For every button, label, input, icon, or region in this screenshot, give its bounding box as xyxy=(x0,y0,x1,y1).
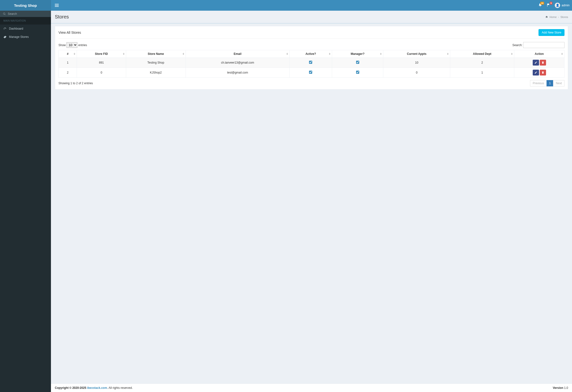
cell-dept: 1 xyxy=(450,68,514,78)
notifications-button[interactable]: 16 xyxy=(538,3,542,8)
cell-active xyxy=(289,58,332,68)
breadcrumb: Home › Stores xyxy=(545,16,568,18)
active-checkbox[interactable] xyxy=(309,71,312,74)
cell-dept: 2 xyxy=(450,58,514,68)
table-info: Showing 1 to 2 of 2 entries xyxy=(59,82,93,85)
sidebar-toggle[interactable] xyxy=(53,2,60,9)
page-title: Stores xyxy=(55,14,69,20)
gear-icon xyxy=(3,35,7,39)
col-manager[interactable]: Manager? xyxy=(332,50,383,58)
topbar-right: 16 9 👤 admin xyxy=(51,0,572,11)
active-checkbox[interactable] xyxy=(309,61,312,64)
pencil-icon xyxy=(534,71,537,74)
panel-header: View All Stores Add New Store xyxy=(59,29,564,39)
col-name[interactable]: Store Name xyxy=(126,50,186,58)
trash-icon xyxy=(541,61,544,64)
cell-manager xyxy=(332,58,383,68)
footer-link[interactable]: ibexstack.com xyxy=(87,386,107,390)
edit-button[interactable] xyxy=(533,70,539,76)
col-appts[interactable]: Current Appts xyxy=(383,50,450,58)
col-fid[interactable]: Store FID xyxy=(77,50,126,58)
cell-name: KJShop2 xyxy=(126,68,186,78)
entries-select[interactable]: 10 xyxy=(66,42,77,48)
breadcrumb-separator: › xyxy=(558,16,559,18)
table-search: Search: xyxy=(512,42,564,48)
messages-button[interactable]: 9 xyxy=(547,3,550,8)
sidebar: Search MAIN NAVIGATION Dashboard Manage … xyxy=(0,11,51,392)
search-input[interactable] xyxy=(523,42,564,48)
content: Stores Home › Stores View All Stores Add… xyxy=(51,11,572,392)
col-active[interactable]: Active? xyxy=(289,50,332,58)
manager-checkbox[interactable] xyxy=(356,71,359,74)
search-icon xyxy=(3,12,6,15)
table-row: 1891Testing Shopch.tanveer13@gmail.com10… xyxy=(59,58,564,68)
show-prefix: Show xyxy=(59,43,66,47)
sidebar-item-label: Dashboard xyxy=(9,27,23,30)
cell-active xyxy=(289,68,332,78)
cell-action xyxy=(514,68,564,78)
cell-email: ch.tanveer13@gmail.com xyxy=(186,58,289,68)
footer-version: Version 1.0 xyxy=(553,386,568,390)
add-new-store-button[interactable]: Add New Store xyxy=(539,29,564,36)
home-icon xyxy=(545,16,548,18)
nav-icons: 16 9 👤 admin xyxy=(538,3,570,8)
delete-button[interactable] xyxy=(540,60,546,65)
cell-fid: 0 xyxy=(77,68,126,78)
breadcrumb-current: Stores xyxy=(560,16,568,18)
cell-appts: 0 xyxy=(383,68,450,78)
stores-table: # Store FID Store Name Email Active? Man… xyxy=(59,50,564,78)
pager-prev[interactable]: Previous xyxy=(530,80,547,86)
table-header-row: # Store FID Store Name Email Active? Man… xyxy=(59,50,564,58)
notifications-badge: 16 xyxy=(540,2,544,5)
cell-appts: 10 xyxy=(383,58,450,68)
pencil-icon xyxy=(534,61,537,64)
user-menu[interactable]: 👤 admin xyxy=(555,3,570,8)
pager: Previous 1 Next xyxy=(530,80,564,86)
topbar: Testing Shop 16 9 👤 admin xyxy=(0,0,572,11)
sidebar-item-label: Manage Stores xyxy=(9,35,29,39)
sidebar-item-manage-stores[interactable]: Manage Stores xyxy=(0,33,51,41)
cell-email: test@gmail.com xyxy=(186,68,289,78)
col-action[interactable]: Action xyxy=(514,50,564,58)
delete-button[interactable] xyxy=(540,70,546,76)
edit-button[interactable] xyxy=(533,60,539,65)
cell-fid: 891 xyxy=(77,58,126,68)
pager-page-1[interactable]: 1 xyxy=(547,80,554,86)
pager-next[interactable]: Next xyxy=(553,80,564,86)
stores-panel: View All Stores Add New Store Show 10 en… xyxy=(55,26,568,90)
table-row: 20KJShop2test@gmail.com01 xyxy=(59,68,564,78)
breadcrumb-home[interactable]: Home xyxy=(549,16,556,18)
cell-manager xyxy=(332,68,383,78)
trash-icon xyxy=(541,71,544,74)
cell-action xyxy=(514,58,564,68)
cell-index: 1 xyxy=(59,58,77,68)
brand-title: Testing Shop xyxy=(0,0,51,11)
sidebar-item-dashboard[interactable]: Dashboard xyxy=(0,25,51,33)
sidebar-section-title: MAIN NAVIGATION xyxy=(0,17,51,25)
sidebar-search-label: Search xyxy=(8,12,17,16)
col-dept[interactable]: Allowed Dept xyxy=(450,50,514,58)
show-suffix: entries xyxy=(78,43,87,47)
gauge-icon xyxy=(3,27,7,30)
body-wrap: Search MAIN NAVIGATION Dashboard Manage … xyxy=(0,11,572,392)
page-header: Stores Home › Stores xyxy=(51,11,572,24)
search-label: Search: xyxy=(512,43,522,47)
entries-length: Show 10 entries xyxy=(59,42,87,48)
panel-title: View All Stores xyxy=(59,31,81,34)
cell-name: Testing Shop xyxy=(126,58,186,68)
table-toolbar: Show 10 entries Search: xyxy=(59,42,564,48)
footer: Copyright © 2020-2025 ibexstack.com. All… xyxy=(51,383,572,392)
messages-badge: 9 xyxy=(550,2,552,5)
col-index[interactable]: # xyxy=(59,50,77,58)
avatar: 👤 xyxy=(555,3,560,8)
cell-index: 2 xyxy=(59,68,77,78)
table-footer: Showing 1 to 2 of 2 entries Previous 1 N… xyxy=(59,80,564,86)
username-label: admin xyxy=(562,4,570,7)
col-email[interactable]: Email xyxy=(186,50,289,58)
manager-checkbox[interactable] xyxy=(356,61,359,64)
sidebar-search[interactable]: Search xyxy=(0,11,51,17)
footer-copy: Copyright © 2020-2025 ibexstack.com. All… xyxy=(55,386,133,390)
